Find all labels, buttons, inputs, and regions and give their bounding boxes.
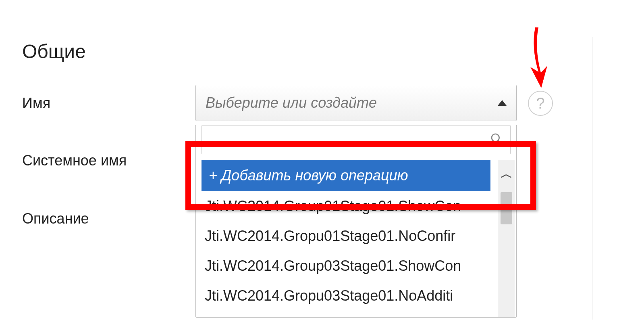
caret-up-icon [498,100,507,106]
list-item[interactable]: Jti.WC2014.Gropu03Stage01.NoAdditi [196,281,496,311]
list-item[interactable]: Jti.WC2014.Gropu01Stage01.NoConfir [196,221,496,251]
combobox-placeholder: Выберите или создайте [206,94,377,111]
field-row-description: Описание [22,210,89,227]
name-combobox: Выберите или создайте + Добавить новую о… [195,85,517,318]
add-new-operation-item[interactable]: + Добавить новую операцию [202,160,490,191]
list-item[interactable]: Jti.WC2014.Group03Stage01.ShowCon [196,251,496,281]
question-icon: ? [536,95,544,112]
top-divider [0,14,644,14]
svg-point-0 [492,134,499,142]
section-title: Общие [22,40,86,63]
list-item[interactable]: Jti.WC2014.Group01Stage01.ShowCon [196,191,496,221]
chevron-up-icon: ︿ [501,168,513,180]
field-row-name: Имя [22,95,50,112]
options-viewport: + Добавить новую операцию Jti.WC2014.Gro… [196,160,516,317]
search-icon [490,132,503,147]
scrollbar[interactable]: ︿ [498,160,515,317]
label-description: Описание [22,210,89,227]
options-list: + Добавить новую операцию Jti.WC2014.Gro… [196,160,516,311]
field-row-system-name: Системное имя [22,152,127,169]
combobox-header[interactable]: Выберите или создайте [195,85,517,121]
help-button[interactable]: ? [528,91,553,116]
label-system-name: Системное имя [22,152,127,169]
right-panel-divider [592,37,592,320]
label-name: Имя [22,95,50,112]
scrollbar-thumb[interactable] [501,192,512,224]
svg-line-1 [498,140,501,144]
dropdown-search-input[interactable] [202,125,511,154]
dropdown-panel: + Добавить новую операцию Jti.WC2014.Gro… [195,125,517,318]
annotation-arrow-icon [519,23,555,94]
